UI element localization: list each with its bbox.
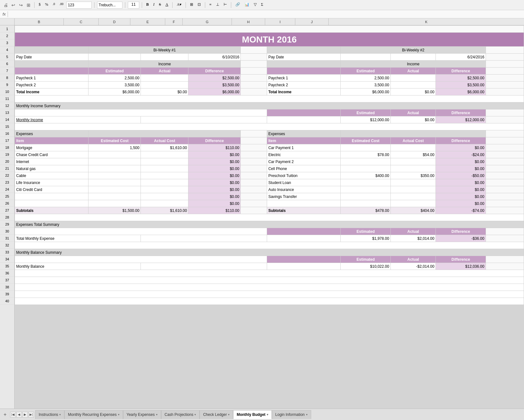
- total-monthly-exp-label: Total Monthly Expense: [15, 235, 141, 242]
- sep8: [231, 2, 231, 8]
- table-row: [15, 26, 524, 33]
- r23-item1: Life Insurance: [15, 179, 88, 186]
- monthly-income-blank: [141, 116, 267, 123]
- exp2-label: Expenses: [267, 130, 340, 137]
- merge-btn[interactable]: ⊡: [196, 2, 202, 9]
- sep4: [142, 2, 142, 8]
- expense-col-headers: Item Estimated Cost Actual Cost Differen…: [15, 137, 524, 144]
- col-header-c[interactable]: C: [64, 18, 99, 25]
- expense-row-23: Life Insurance $0.00 Student Loan $0.00: [15, 179, 524, 186]
- gap-k30: [486, 228, 524, 235]
- formula-input[interactable]: [10, 12, 521, 16]
- monthly-balance-row: Monthly Balance $10,022.00 -$2,014.00 $1…: [15, 263, 524, 270]
- print-icon[interactable]: 🖨: [3, 2, 9, 8]
- income1-blank: [15, 61, 88, 68]
- paycheck1-2-label: Paycheck 1: [267, 75, 340, 82]
- col-header-d[interactable]: D: [99, 18, 130, 25]
- col-header-e[interactable]: E: [130, 18, 165, 25]
- bal-act-i: Actual: [390, 256, 436, 263]
- r19-est1: [88, 151, 141, 158]
- currency-btn[interactable]: $: [37, 2, 42, 9]
- col-header-h[interactable]: H: [232, 18, 265, 25]
- r23-diff1: $0.00: [188, 179, 241, 186]
- tab-login-information-label: Login Information: [275, 412, 305, 417]
- format-paintbrush-icon[interactable]: ⊞: [25, 2, 32, 8]
- r20-est1: [88, 158, 141, 165]
- r24-act2: [390, 186, 436, 193]
- tab-login-information[interactable]: Login Information ▾: [272, 410, 311, 419]
- col-header-g[interactable]: G: [183, 18, 232, 25]
- align-left-btn[interactable]: ≡: [208, 2, 213, 9]
- sub1-est: $1,500.00: [88, 207, 141, 214]
- decimal2-btn[interactable]: .00: [58, 2, 65, 9]
- chart-btn[interactable]: 📊: [243, 2, 251, 9]
- gap-k19: [486, 151, 524, 158]
- tab-yearly-expenses[interactable]: Yearly Expenses ▾: [123, 410, 161, 419]
- gap-k26: [486, 200, 524, 207]
- gap-f4: [241, 47, 267, 54]
- redo-icon[interactable]: ↪: [18, 2, 24, 8]
- filter-btn[interactable]: ▽: [252, 2, 258, 9]
- font-selector[interactable]: Trebuch...: [97, 2, 122, 9]
- et-est-h: Estimated: [341, 228, 390, 235]
- r18-est2: [341, 144, 390, 151]
- decimal1-btn[interactable]: .0: [51, 2, 57, 9]
- tab-check-ledger-arrow: ▾: [228, 413, 230, 416]
- font-size-input[interactable]: 11: [128, 2, 139, 9]
- paycheck1-1-label: Paycheck 1: [15, 75, 88, 82]
- paycheck1-1-diff: $2,500.00: [188, 75, 241, 82]
- add-sheet-btn[interactable]: +: [1, 411, 9, 418]
- mb-g: [267, 263, 340, 270]
- tab-nav-last[interactable]: ▶|: [28, 412, 34, 417]
- tab-monthly-budget-arrow: ▾: [267, 413, 268, 416]
- biweekly2-header: Bi-Weekly #2: [341, 47, 486, 54]
- bold-btn[interactable]: B: [145, 2, 150, 9]
- link-btn[interactable]: 🔗: [234, 2, 242, 9]
- align-right-btn[interactable]: ⊢: [222, 2, 228, 9]
- r22-item1: Cable: [15, 172, 88, 179]
- paydate1-d: [141, 54, 188, 61]
- tab-instructions[interactable]: Instructions ▾: [35, 410, 64, 419]
- r18-est1: 1,500: [88, 144, 141, 151]
- percent-btn[interactable]: %: [43, 2, 50, 9]
- gap-f26: [241, 200, 267, 207]
- total1-diff: $6,000.00: [188, 89, 241, 95]
- col-header-k[interactable]: K: [329, 18, 524, 25]
- exp-total-blank: [15, 228, 267, 235]
- borders-btn[interactable]: ⊞: [188, 2, 195, 9]
- sub1-label: Subtotals: [15, 207, 88, 214]
- tab-monthly-budget[interactable]: Monthly Budget ▾: [233, 410, 272, 419]
- sep6: [186, 2, 186, 8]
- tab-monthly-recurring[interactable]: Monthly Recurring Expenses ▾: [64, 410, 123, 419]
- fill-color-btn[interactable]: A▾: [175, 2, 183, 9]
- strikethrough-btn[interactable]: S: [157, 2, 163, 9]
- monthly-balance-label: Monthly Balance: [15, 263, 141, 270]
- align-mid-btn[interactable]: ⊥: [214, 2, 221, 9]
- r19-diff2: -$24.00: [436, 151, 486, 158]
- mi-est: $12,000.00: [341, 116, 390, 123]
- exp-diff-h2: Difference: [436, 137, 486, 144]
- tab-nav-first[interactable]: |◀: [10, 412, 16, 417]
- tab-instructions-label: Instructions: [39, 412, 58, 417]
- italic-btn[interactable]: I: [152, 2, 156, 9]
- paycheck1-2-act: [390, 75, 436, 82]
- underline-btn[interactable]: A: [164, 2, 170, 9]
- gap-k31: [486, 235, 524, 242]
- et-diff-j: Difference: [436, 228, 486, 235]
- col-header-j[interactable]: J: [295, 18, 329, 25]
- paycheck1-1-act: [141, 75, 188, 82]
- tab-nav-prev[interactable]: ◀: [16, 412, 22, 417]
- total-income-row: Total Income $6,000.00 $0.00 $6,000.00 T…: [15, 89, 524, 95]
- col-header-b[interactable]: B: [15, 18, 64, 25]
- undo-icon[interactable]: ↩: [10, 2, 16, 8]
- r22-est2: $400.00: [341, 172, 390, 179]
- col-header-f[interactable]: F: [165, 18, 183, 25]
- gap-k13: [486, 109, 524, 116]
- sigma-btn[interactable]: Σ: [259, 2, 265, 9]
- expenses-total-summary-header: Expenses Total Summary: [15, 221, 524, 228]
- tab-nav-next[interactable]: ▶: [22, 412, 28, 417]
- gap-f10: [241, 89, 267, 95]
- tab-check-ledger[interactable]: Check Ledger ▾: [200, 410, 233, 419]
- tab-cash-projections[interactable]: Cash Projections ▾: [161, 410, 200, 419]
- col-header-i[interactable]: I: [265, 18, 295, 25]
